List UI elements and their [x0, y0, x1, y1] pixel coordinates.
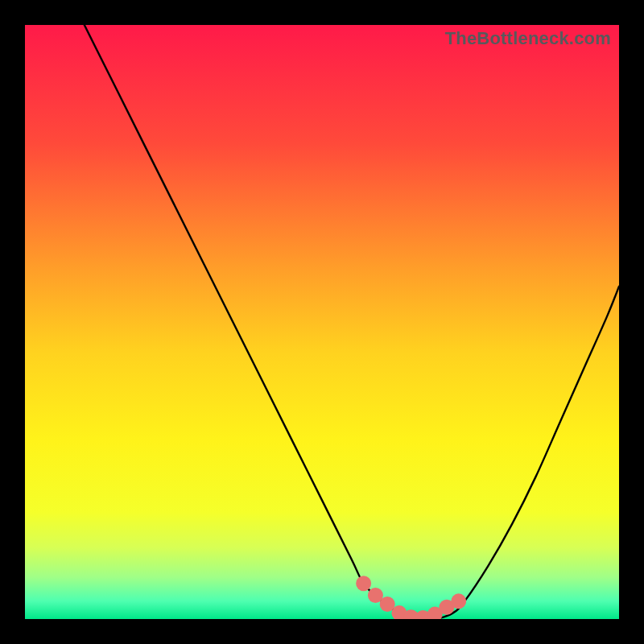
bottleneck-curve	[85, 25, 619, 619]
chart-frame: TheBottleneck.com	[25, 25, 619, 619]
marker-dot	[451, 593, 466, 609]
marker-dot	[356, 576, 371, 591]
highlighted-range-markers	[356, 576, 466, 619]
watermark-text: TheBottleneck.com	[445, 28, 611, 49]
bottleneck-curve-svg	[25, 25, 619, 619]
